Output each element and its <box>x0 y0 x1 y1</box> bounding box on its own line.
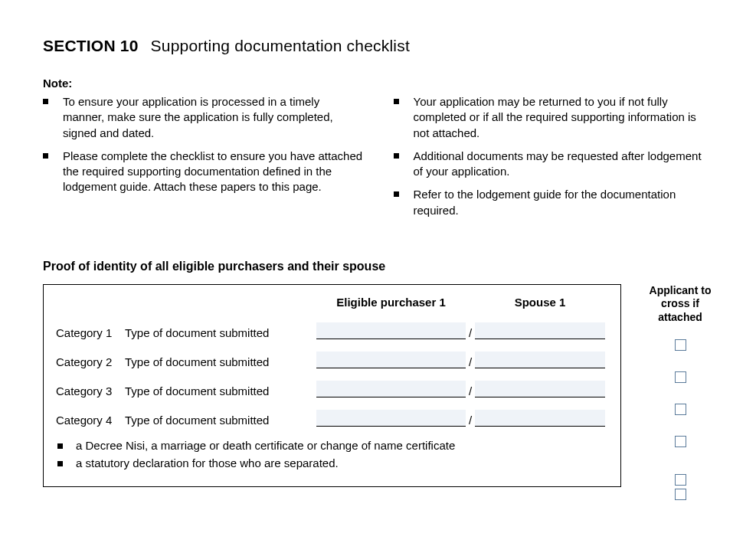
extra-doc-item: a Decree Nisi, a marriage or death certi… <box>57 439 608 452</box>
purchaser-doc-field[interactable] <box>316 381 466 397</box>
note-col-left: To ensure your application is processed … <box>43 94 363 226</box>
section-title: Supporting documentation checklist <box>151 37 410 54</box>
note-item: Please complete the checklist to ensure … <box>43 149 363 195</box>
table-row: Category 4 Type of document submitted / <box>56 410 608 427</box>
category-label: Category 4 <box>56 414 125 427</box>
category-label: Category 1 <box>56 326 125 339</box>
row-label: Type of document submitted <box>125 414 316 427</box>
section-number: SECTION 10 <box>43 37 139 54</box>
attached-checkbox[interactable] <box>675 339 686 351</box>
table-row: Category 1 Type of document submitted / <box>56 322 608 339</box>
col-header-purchaser: Eligible purchaser 1 <box>316 296 466 309</box>
proof-table-wrap: Eligible purchaser 1 Spouse 1 Category 1… <box>43 284 713 501</box>
note-item: Your application may be returned to you … <box>394 94 714 141</box>
attached-checkbox[interactable] <box>675 474 686 486</box>
note-item: To ensure your application is processed … <box>43 94 363 141</box>
field-separator: / <box>466 326 475 339</box>
attached-checkbox[interactable] <box>675 404 686 415</box>
row-label: Type of document submitted <box>125 355 316 368</box>
spouse-doc-field[interactable] <box>475 322 605 339</box>
category-label: Category 2 <box>56 355 125 368</box>
note-label: Note: <box>43 77 713 90</box>
note-block: To ensure your application is processed … <box>43 94 713 226</box>
row-label: Type of document submitted <box>125 326 316 339</box>
table-row: Category 3 Type of document submitted / <box>56 381 608 397</box>
field-separator: / <box>466 384 475 397</box>
field-separator: / <box>466 355 475 368</box>
row-label: Type of document submitted <box>125 384 316 397</box>
spouse-doc-field[interactable] <box>475 410 605 427</box>
col-header-spouse: Spouse 1 <box>475 296 605 309</box>
note-col-right: Your application may be returned to you … <box>394 94 714 226</box>
proof-subheading: Proof of identity of all eligible purcha… <box>43 260 713 273</box>
extra-doc-item: a statutory declaration for those who ar… <box>57 456 608 469</box>
field-separator: / <box>466 414 475 427</box>
note-item: Additional documents may be requested af… <box>394 149 714 180</box>
attached-checkbox[interactable] <box>675 489 686 500</box>
extra-docs-list: a Decree Nisi, a marriage or death certi… <box>57 439 608 469</box>
attached-checkbox[interactable] <box>675 371 686 383</box>
purchaser-doc-field[interactable] <box>316 352 466 368</box>
purchaser-doc-field[interactable] <box>316 322 466 339</box>
spouse-doc-field[interactable] <box>475 381 605 397</box>
proof-table: Eligible purchaser 1 Spouse 1 Category 1… <box>43 284 621 487</box>
category-label: Category 3 <box>56 384 125 397</box>
attached-checkbox[interactable] <box>675 436 686 447</box>
note-item: Refer to the lodgement guide for the doc… <box>394 187 714 218</box>
section-heading: SECTION 10 Supporting documentation chec… <box>43 37 713 55</box>
purchaser-doc-field[interactable] <box>316 410 466 427</box>
check-column: Applicant to cross if attached <box>638 284 722 501</box>
spouse-doc-field[interactable] <box>475 352 605 368</box>
table-row: Category 2 Type of document submitted / <box>56 352 608 368</box>
check-column-header: Applicant to cross if attached <box>638 284 722 325</box>
table-header-row: Eligible purchaser 1 Spouse 1 <box>56 296 608 309</box>
